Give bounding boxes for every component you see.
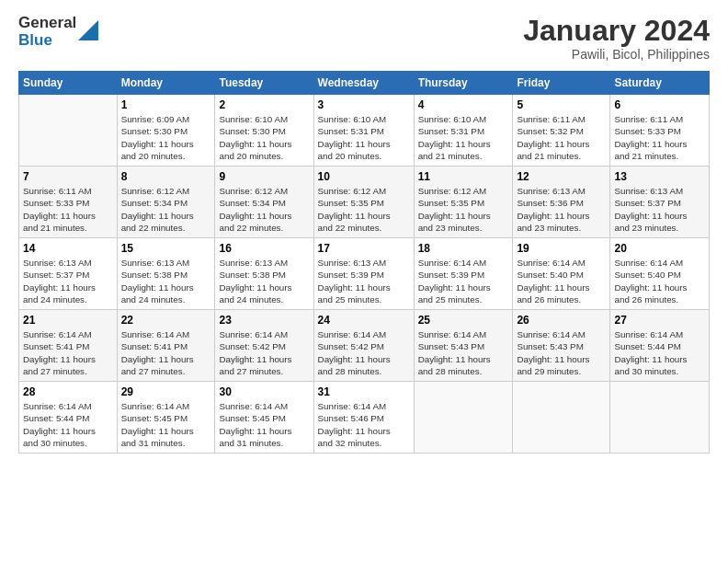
logo-icon — [78, 20, 98, 40]
day-info: Sunrise: 6:14 AMSunset: 5:44 PMDaylight:… — [614, 328, 705, 377]
day-cell: 5Sunrise: 6:11 AMSunset: 5:32 PMDaylight… — [513, 95, 610, 167]
day-cell: 28Sunrise: 6:14 AMSunset: 5:44 PMDayligh… — [19, 382, 118, 454]
day-cell: 18Sunrise: 6:14 AMSunset: 5:39 PMDayligh… — [414, 238, 513, 310]
day-number: 1 — [121, 98, 211, 111]
day-info: Sunrise: 6:14 AMSunset: 5:42 PMDaylight:… — [318, 328, 410, 377]
day-cell: 23Sunrise: 6:14 AMSunset: 5:42 PMDayligh… — [215, 310, 313, 382]
day-number: 7 — [23, 170, 113, 183]
day-cell: 9Sunrise: 6:12 AMSunset: 5:34 PMDaylight… — [215, 167, 313, 238]
day-number: 6 — [614, 98, 705, 111]
day-info: Sunrise: 6:14 AMSunset: 5:40 PMDaylight:… — [517, 257, 606, 305]
day-info: Sunrise: 6:10 AMSunset: 5:30 PMDaylight:… — [219, 113, 309, 162]
day-info: Sunrise: 6:12 AMSunset: 5:35 PMDaylight:… — [318, 185, 410, 234]
day-number: 5 — [517, 98, 606, 111]
day-cell: 17Sunrise: 6:13 AMSunset: 5:39 PMDayligh… — [313, 238, 414, 310]
day-info: Sunrise: 6:12 AMSunset: 5:34 PMDaylight:… — [219, 185, 309, 234]
day-cell: 29Sunrise: 6:14 AMSunset: 5:45 PMDayligh… — [117, 382, 215, 454]
logo-text: General Blue — [18, 15, 76, 49]
page: General Blue January 2024 Pawili, Bicol,… — [0, 0, 728, 563]
day-number: 10 — [318, 170, 410, 183]
day-cell: 13Sunrise: 6:13 AMSunset: 5:37 PMDayligh… — [610, 167, 710, 238]
day-info: Sunrise: 6:14 AMSunset: 5:44 PMDaylight:… — [23, 400, 113, 449]
day-number: 16 — [219, 242, 309, 255]
header: General Blue January 2024 Pawili, Bicol,… — [18, 15, 710, 62]
calendar-table: SundayMondayTuesdayWednesdayThursdayFrid… — [18, 71, 710, 454]
day-number: 22 — [121, 314, 211, 327]
svg-marker-0 — [78, 20, 98, 40]
day-info: Sunrise: 6:14 AMSunset: 5:46 PMDaylight:… — [318, 400, 410, 449]
day-number: 31 — [318, 385, 410, 398]
day-info: Sunrise: 6:14 AMSunset: 5:42 PMDaylight:… — [219, 328, 309, 377]
day-info: Sunrise: 6:10 AMSunset: 5:31 PMDaylight:… — [418, 113, 509, 162]
day-number: 29 — [121, 385, 211, 398]
day-number: 12 — [517, 170, 606, 183]
day-number: 23 — [219, 314, 309, 327]
day-number: 9 — [219, 170, 309, 183]
day-info: Sunrise: 6:14 AMSunset: 5:43 PMDaylight:… — [517, 328, 606, 377]
header-cell-wednesday: Wednesday — [313, 72, 414, 95]
day-info: Sunrise: 6:13 AMSunset: 5:38 PMDaylight:… — [121, 257, 211, 305]
day-cell: 24Sunrise: 6:14 AMSunset: 5:42 PMDayligh… — [313, 310, 414, 382]
day-number: 11 — [418, 170, 509, 183]
day-cell: 1Sunrise: 6:09 AMSunset: 5:30 PMDaylight… — [117, 95, 215, 167]
day-info: Sunrise: 6:13 AMSunset: 5:37 PMDaylight:… — [23, 257, 113, 305]
day-info: Sunrise: 6:14 AMSunset: 5:43 PMDaylight:… — [418, 328, 509, 377]
day-info: Sunrise: 6:10 AMSunset: 5:31 PMDaylight:… — [318, 113, 410, 162]
day-cell: 27Sunrise: 6:14 AMSunset: 5:44 PMDayligh… — [610, 310, 710, 382]
day-info: Sunrise: 6:14 AMSunset: 5:45 PMDaylight:… — [121, 400, 211, 449]
day-cell — [414, 382, 513, 454]
day-info: Sunrise: 6:14 AMSunset: 5:41 PMDaylight:… — [23, 328, 113, 377]
day-info: Sunrise: 6:14 AMSunset: 5:45 PMDaylight:… — [219, 400, 309, 449]
day-number: 20 — [614, 242, 705, 255]
day-cell: 3Sunrise: 6:10 AMSunset: 5:31 PMDaylight… — [313, 95, 414, 167]
day-number: 4 — [418, 98, 509, 111]
logo-blue: Blue — [18, 32, 76, 50]
day-number: 13 — [614, 170, 705, 183]
header-cell-thursday: Thursday — [414, 72, 513, 95]
day-cell: 12Sunrise: 6:13 AMSunset: 5:36 PMDayligh… — [513, 167, 610, 238]
logo-general: General — [18, 15, 76, 32]
header-cell-saturday: Saturday — [610, 72, 710, 95]
day-info: Sunrise: 6:09 AMSunset: 5:30 PMDaylight:… — [121, 113, 211, 162]
day-number: 27 — [614, 314, 705, 327]
day-number: 2 — [219, 98, 309, 111]
day-number: 26 — [517, 314, 606, 327]
day-info: Sunrise: 6:12 AMSunset: 5:34 PMDaylight:… — [121, 185, 211, 234]
week-row-1: 7Sunrise: 6:11 AMSunset: 5:33 PMDaylight… — [19, 167, 710, 238]
month-title: January 2024 — [523, 15, 710, 47]
day-info: Sunrise: 6:12 AMSunset: 5:35 PMDaylight:… — [418, 185, 509, 234]
day-cell: 4Sunrise: 6:10 AMSunset: 5:31 PMDaylight… — [414, 95, 513, 167]
week-row-0: 1Sunrise: 6:09 AMSunset: 5:30 PMDaylight… — [19, 95, 710, 167]
day-info: Sunrise: 6:14 AMSunset: 5:39 PMDaylight:… — [418, 257, 509, 305]
header-cell-monday: Monday — [117, 72, 215, 95]
day-cell: 15Sunrise: 6:13 AMSunset: 5:38 PMDayligh… — [117, 238, 215, 310]
day-number: 25 — [418, 314, 509, 327]
day-cell: 31Sunrise: 6:14 AMSunset: 5:46 PMDayligh… — [313, 382, 414, 454]
day-cell: 10Sunrise: 6:12 AMSunset: 5:35 PMDayligh… — [313, 167, 414, 238]
day-cell: 2Sunrise: 6:10 AMSunset: 5:30 PMDaylight… — [215, 95, 313, 167]
week-row-3: 21Sunrise: 6:14 AMSunset: 5:41 PMDayligh… — [19, 310, 710, 382]
week-row-4: 28Sunrise: 6:14 AMSunset: 5:44 PMDayligh… — [19, 382, 710, 454]
day-number: 15 — [121, 242, 211, 255]
day-info: Sunrise: 6:11 AMSunset: 5:33 PMDaylight:… — [23, 185, 113, 234]
day-info: Sunrise: 6:14 AMSunset: 5:40 PMDaylight:… — [614, 257, 705, 305]
day-info: Sunrise: 6:11 AMSunset: 5:33 PMDaylight:… — [614, 113, 705, 162]
day-number: 18 — [418, 242, 509, 255]
day-number: 24 — [318, 314, 410, 327]
title-block: January 2024 Pawili, Bicol, Philippines — [523, 15, 710, 62]
day-number: 14 — [23, 242, 113, 255]
day-number: 19 — [517, 242, 606, 255]
day-cell: 20Sunrise: 6:14 AMSunset: 5:40 PMDayligh… — [610, 238, 710, 310]
day-cell: 26Sunrise: 6:14 AMSunset: 5:43 PMDayligh… — [513, 310, 610, 382]
day-number: 3 — [318, 98, 410, 111]
day-cell: 7Sunrise: 6:11 AMSunset: 5:33 PMDaylight… — [19, 167, 118, 238]
header-row: SundayMondayTuesdayWednesdayThursdayFrid… — [19, 72, 710, 95]
header-cell-friday: Friday — [513, 72, 610, 95]
day-cell: 19Sunrise: 6:14 AMSunset: 5:40 PMDayligh… — [513, 238, 610, 310]
day-info: Sunrise: 6:13 AMSunset: 5:39 PMDaylight:… — [318, 257, 410, 305]
day-cell — [513, 382, 610, 454]
day-number: 30 — [219, 385, 309, 398]
day-info: Sunrise: 6:11 AMSunset: 5:32 PMDaylight:… — [517, 113, 606, 162]
day-number: 21 — [23, 314, 113, 327]
day-cell — [610, 382, 710, 454]
